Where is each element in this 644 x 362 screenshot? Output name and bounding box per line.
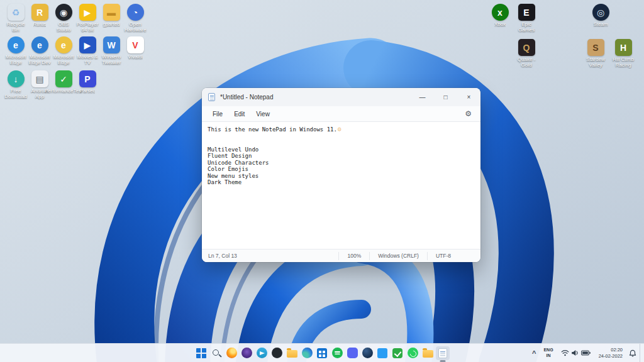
taskbar-folder-button[interactable]	[421, 346, 435, 360]
tray-status-icons[interactable]	[557, 349, 594, 356]
desktop-icon-label: Winaero Tweaker	[99, 55, 123, 66]
desktop-icon-microsoft-edge[interactable]: e Microsoft Edge	[4, 36, 28, 66]
minimize-button[interactable]: —	[411, 88, 434, 106]
discord-icon	[347, 348, 358, 358]
github-icon	[272, 348, 282, 358]
desktop-icon-label: Quake - Gold Edition	[514, 57, 538, 69]
desktop-icon-winaero-tweaker[interactable]: W Winaero Tweaker	[99, 36, 123, 66]
notepad-titlebar[interactable]: *Untitled - Notepad — □ ×	[202, 88, 480, 106]
language-line2: IN	[547, 353, 551, 358]
desktop-icon-label: Microsoft Edge Dev	[28, 55, 52, 66]
close-button[interactable]: ×	[457, 88, 480, 106]
desktop-icon-obs-studio[interactable]: ◉ OBS Studio	[52, 4, 75, 33]
vscode-icon	[377, 348, 387, 358]
taskbar-edge-button[interactable]	[300, 346, 314, 360]
desktop-icon-label: Vivaldi	[128, 55, 142, 60]
maximize-button[interactable]: □	[434, 88, 457, 106]
app-icon: V	[127, 36, 144, 53]
desktop-icon-vivaldi[interactable]: V Vivaldi	[123, 36, 147, 60]
app-icon: ◎	[592, 4, 609, 21]
app-icon: ◔	[127, 4, 144, 21]
menu-item[interactable]: File	[207, 109, 228, 119]
menu-item[interactable]: View	[250, 109, 275, 119]
desktop-icon-label: Steam	[593, 22, 608, 28]
notepad-text-line: Dark Theme	[208, 179, 475, 186]
desktop-icon-potplayer[interactable]: ▶ PotPlayer 64 bit	[75, 4, 99, 33]
app-icon: ✓	[55, 70, 72, 87]
notepad-window: *Untitled - Notepad — □ × File Edit View…	[202, 88, 480, 262]
notepad-menubar: File Edit View ⚙	[202, 106, 480, 122]
encoding-indicator[interactable]: UTF-8	[427, 252, 459, 260]
notification-center-button[interactable]	[627, 349, 640, 357]
microsoft-edge-icon	[302, 348, 313, 358]
desktop-icon-label: Epic Games Launcher	[514, 22, 538, 33]
desktop-icon-microsoft-edge-dev[interactable]: e Microsoft Edge Dev	[28, 36, 52, 66]
menu-list: File Edit View	[207, 109, 275, 119]
desktop-icon-android-app-installer[interactable]: ▤ Android App Installer	[28, 70, 52, 100]
desktop-icon-free-download-manager[interactable]: ↓ Free Download Manager	[4, 70, 28, 100]
battery-icon[interactable]	[581, 350, 591, 356]
app-icon: ▬	[103, 4, 120, 21]
app-icon: x	[492, 4, 509, 21]
settings-gear-icon[interactable]: ⚙	[461, 109, 475, 118]
desktop-icon-label: Recycle Bin	[4, 22, 28, 33]
desktop-icon-epic-games-launcher[interactable]: E Epic Games Launcher	[514, 4, 538, 33]
notepad-text: This is the new NotePad in Windows 11.	[208, 126, 337, 133]
taskbar-microsoft-store-button[interactable]	[315, 346, 329, 360]
taskbar: ^ ENG IN	[0, 343, 644, 362]
taskbar-notepad-button[interactable]	[436, 346, 450, 360]
desktop-icon-performancetest[interactable]: ✓ PerformanceTest	[52, 70, 75, 94]
desktop-icon-label: gparted	[103, 22, 119, 28]
desktop-icon-open-hardware-monitor[interactable]: ◔ Open Hardware Monitor	[123, 4, 147, 33]
taskbar-telegram-button[interactable]	[255, 346, 269, 360]
checkmark-app-icon	[392, 348, 402, 358]
volume-icon[interactable]	[571, 349, 579, 356]
desktop-icon-label: Microsoft Edge Canary	[52, 55, 75, 66]
menu-item[interactable]: Edit	[228, 109, 250, 119]
taskbar-firefox-button[interactable]	[225, 346, 238, 360]
desktop-icon-steam[interactable]: ◎ Steam	[589, 4, 613, 28]
window-controls: — □ ×	[411, 88, 480, 106]
show-desktop-strip[interactable]	[640, 344, 641, 362]
taskbar-check-app-button[interactable]	[391, 346, 404, 360]
desktop-icon-rufus[interactable]: R Rufus	[28, 4, 52, 28]
desktop-icon-recycle-bin[interactable]: ♻ Recycle Bin	[4, 4, 28, 33]
desktop-icon-microsoft-edge-canary[interactable]: e Microsoft Edge Canary	[52, 36, 75, 66]
desktop-icon-label: Parsec	[80, 89, 96, 94]
notepad-text-area[interactable]: This is the new NotePad in Windows 11. ☺…	[202, 122, 480, 249]
desktop-icon-parsec[interactable]: P Parsec	[75, 70, 99, 94]
taskbar-spotify-button[interactable]	[330, 346, 344, 360]
taskbar-whatsapp-button[interactable]	[406, 346, 419, 360]
app-icon: S	[587, 39, 604, 56]
notepad-text-line: Color Emojis	[208, 166, 475, 173]
taskbar-discord-button[interactable]	[345, 346, 359, 360]
taskbar-github-button[interactable]	[270, 346, 284, 360]
taskbar-file-explorer-button[interactable]	[285, 346, 299, 360]
notepad-text-line: This is the new NotePad in Windows 11. ☺	[208, 126, 475, 133]
language-indicator[interactable]: ENG IN	[540, 348, 557, 358]
notepad-icon	[438, 348, 447, 358]
taskbar-tor-browser-button[interactable]	[240, 346, 253, 360]
taskbar-steam-button[interactable]	[360, 346, 374, 360]
desktop-icon-hill-climb-racing[interactable]: H Hill Climb Racing	[611, 39, 635, 69]
desktop-icon-label: Open Hardware Monitor	[123, 22, 147, 33]
hidden-icons-chevron[interactable]: ^	[528, 349, 540, 357]
app-icon: Q	[518, 39, 535, 56]
notepad-text-line: Multilevel Undo	[208, 146, 475, 153]
clock[interactable]: 02:20 24-02-2022	[594, 347, 627, 359]
wifi-icon[interactable]	[561, 349, 569, 356]
notepad-text-line: New menu styles	[208, 173, 475, 180]
line-ending-indicator[interactable]: Windows (CRLF)	[369, 252, 427, 260]
notepad-text-lines: Multilevel Undo Fluent Design Unicode Ch…	[208, 133, 475, 186]
desktop-icon-gparted[interactable]: ▬ gparted	[99, 4, 123, 28]
taskbar-center-icons	[194, 344, 450, 362]
zoom-level[interactable]: 100%	[338, 252, 369, 260]
taskbar-vscode-button[interactable]	[375, 346, 389, 360]
taskbar-start-button[interactable]	[194, 346, 208, 360]
language-line1: ENG	[543, 348, 553, 353]
desktop-icon-xbox[interactable]: x Xbox	[488, 4, 512, 28]
desktop-icon-movies-tv[interactable]: ▶ Movies & TV	[75, 36, 99, 66]
desktop-icon-stardew-valley[interactable]: S Stardew Valley	[584, 39, 608, 69]
taskbar-search-button[interactable]	[209, 346, 223, 360]
desktop-icon-quake[interactable]: Q Quake - Gold Edition	[514, 39, 538, 69]
